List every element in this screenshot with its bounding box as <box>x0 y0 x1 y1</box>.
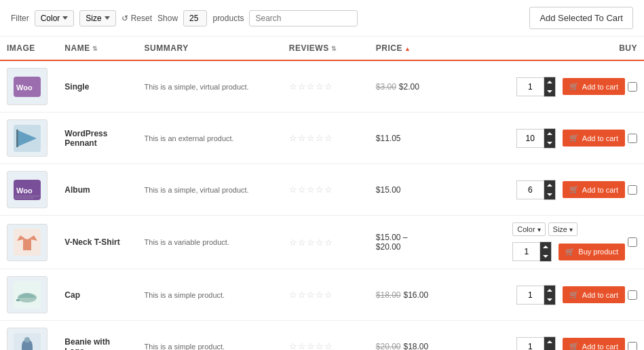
quantity-up-button[interactable] <box>544 286 555 295</box>
product-summary-text: This is a simple, virtual product. <box>145 186 249 194</box>
row-select-checkbox[interactable] <box>628 185 637 195</box>
add-to-cart-button[interactable]: 🛒Add to cart <box>563 338 625 350</box>
add-to-cart-label: Buy product <box>578 248 618 256</box>
variable-selects: Color▾Size▾ <box>512 222 625 236</box>
quantity-input[interactable] <box>516 337 544 351</box>
products-label: products <box>212 14 244 23</box>
product-name-3: Album <box>58 164 137 216</box>
quantity-controls <box>544 180 556 200</box>
color-select-label: Color <box>517 225 535 233</box>
add-to-cart-button[interactable]: 🛒Add to cart <box>563 78 625 95</box>
product-name-text: WordPress Pennant <box>64 129 107 148</box>
table-row: WordPress PennantThis is an external pro… <box>0 113 644 164</box>
quantity-up-button[interactable] <box>544 129 555 138</box>
product-reviews-6[interactable]: ☆☆☆☆☆ <box>282 321 369 351</box>
color-chevron-icon: ▾ <box>537 226 541 233</box>
quantity-down-button[interactable] <box>544 138 555 148</box>
svg-point-15 <box>24 337 30 343</box>
cart-icon: 🛒 <box>569 82 579 91</box>
product-reviews-2[interactable]: ☆☆☆☆☆ <box>282 113 369 164</box>
price-sale: $15.00 <box>376 185 401 195</box>
color-filter-label: Color <box>41 14 60 23</box>
quantity-up-button[interactable] <box>544 337 555 347</box>
quantity-input[interactable] <box>516 129 544 148</box>
quantity-controls <box>544 128 556 149</box>
show-count-value: 25 <box>189 14 198 23</box>
row-select-checkbox[interactable] <box>628 342 637 351</box>
svg-rect-12 <box>16 299 20 301</box>
quantity-down-button[interactable] <box>544 190 555 199</box>
table-row: Beanie with LogoThis is a simple product… <box>0 321 644 351</box>
quantity-input[interactable] <box>516 180 544 199</box>
product-reviews-4[interactable]: ☆☆☆☆☆ <box>282 216 369 269</box>
quantity-up-button[interactable] <box>544 180 555 190</box>
product-reviews-5[interactable]: ☆☆☆☆☆ <box>282 269 369 321</box>
show-count-btn[interactable]: 25 <box>183 10 207 26</box>
quantity-input[interactable] <box>516 286 544 305</box>
price-sort-icon: ▲ <box>404 45 411 52</box>
product-stars: ☆☆☆☆☆ <box>289 237 333 248</box>
size-select-label: Size <box>553 225 567 233</box>
product-price-5: $18.00$16.00 <box>369 269 442 321</box>
col-header-price[interactable]: PRICE▲ <box>369 37 442 60</box>
cart-icon: 🛒 <box>569 134 579 142</box>
product-summary-text: This is a simple, virtual product. <box>145 83 249 91</box>
quantity-up-button[interactable] <box>540 242 551 252</box>
color-chevron-icon <box>62 16 68 20</box>
product-summary-2: This is an external product. <box>138 113 282 164</box>
qty-add-row: 🛒Buy product <box>512 241 625 262</box>
product-name-text: Cap <box>64 290 80 300</box>
table-row: V-Neck T-ShirtThis is a variable product… <box>0 216 644 269</box>
quantity-down-button[interactable] <box>544 347 555 351</box>
cart-icon: 🛒 <box>569 290 579 299</box>
product-image-1: Woo <box>0 60 58 113</box>
add-to-cart-label: Add to cart <box>582 343 618 351</box>
col-header-name[interactable]: NAME⇅ <box>58 37 137 60</box>
add-to-cart-button[interactable]: 🛒Buy product <box>558 244 625 260</box>
product-price-2: $11.05 <box>369 113 442 164</box>
product-reviews-1[interactable]: ☆☆☆☆☆ <box>282 60 369 113</box>
reset-btn[interactable]: ↺ Reset <box>121 14 152 23</box>
product-name-4: V-Neck T-Shirt <box>58 216 137 269</box>
price-original: $20.00 <box>376 342 401 351</box>
add-to-cart-button[interactable]: 🛒Add to cart <box>563 130 625 147</box>
size-select[interactable]: Size▾ <box>548 222 577 236</box>
add-selected-to-cart-button[interactable]: Add Selected To Cart <box>529 7 633 29</box>
row-select-checkbox[interactable] <box>628 237 637 247</box>
add-to-cart-label: Add to cart <box>582 291 618 299</box>
product-thumbnail <box>7 276 48 313</box>
size-filter-label: Size <box>86 14 101 23</box>
color-filter-btn[interactable]: Color <box>35 10 75 26</box>
col-header-image: IMAGE <box>0 37 58 60</box>
row-select-checkbox[interactable] <box>628 82 637 92</box>
product-thumbnail <box>7 328 48 350</box>
quantity-up-button[interactable] <box>544 77 555 87</box>
search-input[interactable] <box>249 10 358 26</box>
product-stars: ☆☆☆☆☆ <box>289 290 333 300</box>
product-summary-4: This is a variable product. <box>138 216 282 269</box>
price-sale: $11.05 <box>376 134 401 143</box>
table-row: Woo SingleThis is a simple, virtual prod… <box>0 60 644 113</box>
row-select-checkbox[interactable] <box>628 134 637 143</box>
quantity-input[interactable] <box>512 242 539 261</box>
quantity-down-button[interactable] <box>540 252 551 261</box>
col-header-reviews[interactable]: REVIEWS⇅ <box>282 37 369 60</box>
price-sale: $2.00 <box>399 82 419 92</box>
svg-text:Woo: Woo <box>16 187 33 195</box>
row-select-checkbox[interactable] <box>628 290 637 300</box>
quantity-down-button[interactable] <box>544 87 555 96</box>
cart-icon: 🛒 <box>569 185 579 194</box>
quantity-wrapper <box>512 241 552 262</box>
quantity-controls <box>544 336 556 351</box>
product-price-1: $3.00$2.00 <box>369 60 442 113</box>
product-image-5 <box>0 269 58 321</box>
product-reviews-3[interactable]: ☆☆☆☆☆ <box>282 164 369 216</box>
add-to-cart-button[interactable]: 🛒Add to cart <box>563 286 625 303</box>
size-filter-btn[interactable]: Size <box>79 10 115 26</box>
quantity-input[interactable] <box>516 77 544 96</box>
add-to-cart-button[interactable]: 🛒Add to cart <box>563 181 625 198</box>
color-select[interactable]: Color▾ <box>512 222 545 236</box>
add-to-cart-label: Add to cart <box>582 134 618 142</box>
quantity-down-button[interactable] <box>544 295 555 305</box>
quantity-wrapper <box>516 285 556 305</box>
